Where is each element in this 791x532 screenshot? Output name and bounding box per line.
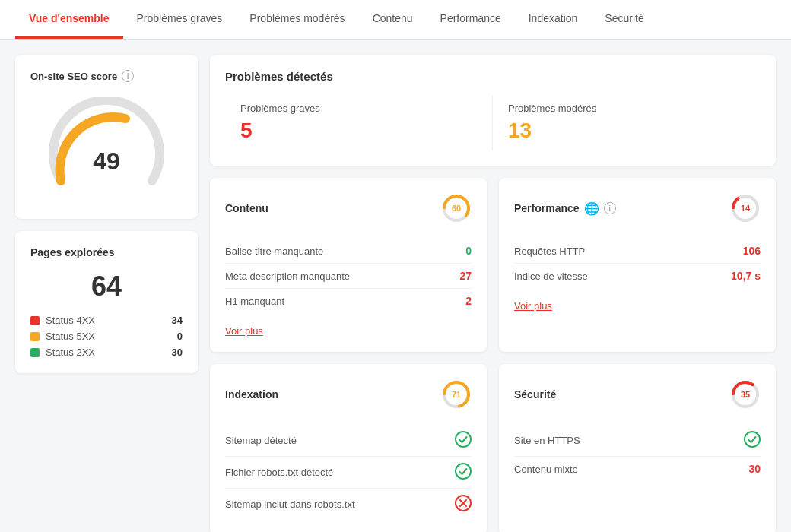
seo-score-title: On-site SEO score i xyxy=(30,70,183,82)
right-content: Problèmes détectés Problèmes graves 5 Pr… xyxy=(210,55,776,532)
indexation-card: Indexation 71 Sitemap détecté xyxy=(210,364,487,532)
svg-point-11 xyxy=(745,432,760,447)
status-5xx-dot xyxy=(30,332,40,341)
contenu-score-badge: 60 xyxy=(441,193,472,223)
status-2xx-dot xyxy=(30,348,40,357)
gauge-svg: 49 xyxy=(46,97,167,196)
performance-emoji: 🌐 xyxy=(584,201,599,216)
securite-score-value: 35 xyxy=(741,390,750,399)
status-2xx: Status 2XX 30 xyxy=(30,347,183,358)
performance-voir-plus[interactable]: Voir plus xyxy=(514,300,552,312)
securite-title: Sécurité xyxy=(514,388,556,401)
seo-score-info-icon[interactable]: i xyxy=(122,70,134,82)
metric-sitemap: Sitemap détecté xyxy=(225,425,472,457)
gauge-container: 49 xyxy=(30,97,183,196)
bottom-grid: Contenu 60 Balise titre manquante 0 Meta… xyxy=(210,178,776,532)
metric-balise-titre: Balise titre manquante 0 xyxy=(225,239,472,264)
tab-vue-ensemble[interactable]: Vue d'ensemble xyxy=(15,0,123,39)
metric-requetes-http: Requêtes HTTP 106 xyxy=(514,239,761,264)
performance-header: Performance 🌐 i 14 xyxy=(514,193,761,223)
tab-securite[interactable]: Sécurité xyxy=(591,0,657,39)
sitemap-check-icon xyxy=(455,431,472,450)
status-4xx: Status 4XX 34 xyxy=(30,315,183,326)
pages-count: 64 xyxy=(30,271,183,302)
status-5xx: Status 5XX 0 xyxy=(30,331,183,342)
indexation-title: Indexation xyxy=(225,388,278,401)
robots-check-icon xyxy=(455,463,472,482)
problems-title: Problèmes détectés xyxy=(225,70,761,83)
tab-list: Vue d'ensemble Problèmes graves Problème… xyxy=(0,0,791,40)
securite-header: Sécurité 35 xyxy=(514,379,761,410)
svg-point-7 xyxy=(456,464,471,479)
contenu-card: Contenu 60 Balise titre manquante 0 Meta… xyxy=(210,178,487,352)
sidebar: On-site SEO score i 49 Pages explorées 6… xyxy=(15,55,198,532)
metric-meta-description: Meta description manquante 27 xyxy=(225,264,472,289)
pages-explorees-title: Pages explorées xyxy=(30,246,183,258)
tab-indexation[interactable]: Indexation xyxy=(515,0,592,39)
status-2xx-label: Status 2XX xyxy=(46,347,95,358)
status-5xx-count: 0 xyxy=(177,331,183,342)
metric-sitemap-robots: Sitemap inclut dans robots.txt xyxy=(225,489,472,520)
tab-contenu[interactable]: Contenu xyxy=(359,0,427,39)
metric-indice-vitesse: Indice de vitesse 10,7 s xyxy=(514,264,761,288)
status-4xx-count: 34 xyxy=(172,315,183,326)
svg-point-6 xyxy=(456,432,471,447)
performance-title: Performance 🌐 i xyxy=(514,201,616,216)
problems-card: Problèmes détectés Problèmes graves 5 Pr… xyxy=(210,55,776,166)
tab-problemes-moderes[interactable]: Problèmes modérés xyxy=(236,0,358,39)
performance-info-icon[interactable]: i xyxy=(604,202,616,214)
problemes-moderes-count: 13 xyxy=(508,119,745,143)
https-check-icon xyxy=(744,431,761,450)
performance-card: Performance 🌐 i 14 Requêtes HTTP 106 xyxy=(499,178,776,352)
metric-contenu-mixte: Contenu mixte 30 xyxy=(514,457,761,481)
securite-score-badge: 35 xyxy=(730,379,761,410)
indexation-score-badge: 71 xyxy=(441,379,472,410)
performance-score-badge: 14 xyxy=(730,193,761,223)
problems-grid: Problèmes graves 5 Problèmes modérés 13 xyxy=(225,95,761,150)
problemes-moderes-block: Problèmes modérés 13 xyxy=(493,95,761,150)
tab-problemes-graves[interactable]: Problèmes graves xyxy=(123,0,237,39)
gauge-score-text: 49 xyxy=(93,147,120,175)
metric-https: Site en HTTPS xyxy=(514,425,761,457)
status-list: Status 4XX 34 Status 5XX 0 Status 2XX 30 xyxy=(30,315,183,358)
contenu-score-value: 60 xyxy=(452,204,461,213)
metric-robots-txt: Fichier robots.txt détecté xyxy=(225,457,472,489)
problemes-graves-label: Problèmes graves xyxy=(240,103,477,114)
nav-tabs: Vue d'ensemble Problèmes graves Problème… xyxy=(0,0,791,40)
securite-card: Sécurité 35 Site en HTTPS xyxy=(499,364,776,532)
status-4xx-label: Status 4XX xyxy=(46,315,95,326)
contenu-voir-plus[interactable]: Voir plus xyxy=(225,325,263,337)
performance-score-value: 14 xyxy=(741,204,750,213)
main-content: On-site SEO score i 49 Pages explorées 6… xyxy=(0,40,791,532)
sitemap-robots-x-icon xyxy=(455,495,472,514)
indexation-header: Indexation 71 xyxy=(225,379,472,410)
problemes-moderes-label: Problèmes modérés xyxy=(508,103,745,114)
status-5xx-label: Status 5XX xyxy=(46,331,95,342)
seo-score-card: On-site SEO score i 49 xyxy=(15,55,198,219)
pages-explorees-card: Pages explorées 64 Status 4XX 34 Status … xyxy=(15,231,198,373)
contenu-header: Contenu 60 xyxy=(225,193,472,223)
contenu-title: Contenu xyxy=(225,202,268,214)
metric-h1: H1 manquant 2 xyxy=(225,289,472,313)
status-2xx-count: 30 xyxy=(172,347,183,358)
problemes-graves-count: 5 xyxy=(240,119,477,143)
status-4xx-dot xyxy=(30,316,40,325)
indexation-score-value: 71 xyxy=(452,390,461,399)
tab-performance[interactable]: Performance xyxy=(427,0,515,39)
problemes-graves-block: Problèmes graves 5 xyxy=(225,95,493,150)
